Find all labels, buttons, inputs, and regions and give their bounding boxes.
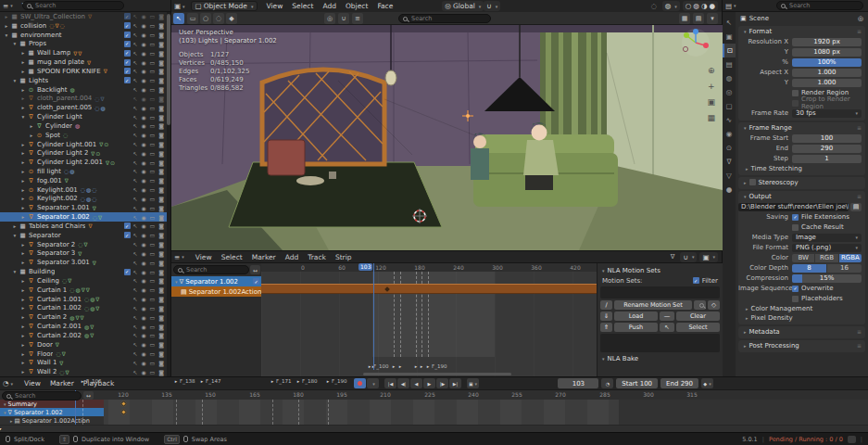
disclosure-icon[interactable]: ▸ bbox=[19, 360, 27, 365]
outliner-row[interactable]: ▸ ▦ Wall Lamp ∇∇ ✓ ↖ ◉ ▭ ◙ bbox=[0, 48, 168, 57]
properties-tab[interactable]: ∇ bbox=[723, 155, 736, 169]
file-format-dropdown[interactable]: PNG (.png) ▾ bbox=[792, 244, 862, 252]
outliner-row[interactable]: ▾ ▦ Props ✓ ↖ ◉ ▭ ◙ bbox=[0, 39, 168, 48]
viewport-menu-item[interactable]: Face bbox=[372, 2, 397, 10]
playhead[interactable]: 103 bbox=[373, 263, 374, 370]
properties-editor-type-button[interactable]: ▤ ▾ bbox=[723, 2, 739, 10]
material-shading-icon[interactable]: ◑ bbox=[701, 2, 708, 10]
transport-button[interactable]: ◀| bbox=[397, 378, 409, 388]
load-icon[interactable]: ⇓ bbox=[600, 312, 612, 321]
outliner-row[interactable]: ▸ ∇ Ceiling ◌∇ ✓ ↖ ◉ ▭ ◙ bbox=[0, 276, 168, 286]
nla-editor-type-button[interactable]: ≡ ▾ bbox=[171, 253, 187, 261]
disclosure-icon[interactable]: ▾ bbox=[19, 114, 27, 120]
visibility-toggles[interactable]: ↖ ◉ ▭ ◙ bbox=[133, 277, 168, 284]
disclosure-icon[interactable]: ▾ bbox=[11, 78, 19, 83]
timeline-menu-item[interactable]: Marker bbox=[45, 379, 79, 388]
disclosure-icon[interactable]: ▸ bbox=[19, 342, 27, 348]
nla-view-options[interactable]: ▣▾ bbox=[699, 252, 718, 262]
marker-icon[interactable]: ▸ bbox=[201, 378, 204, 384]
properties-tab[interactable]: ◉ bbox=[723, 127, 736, 141]
timeline-editor-type-button[interactable]: ◔ ▾ bbox=[0, 379, 16, 388]
options-button[interactable]: ≡ bbox=[352, 13, 363, 24]
motion-sets-slots[interactable] bbox=[600, 334, 720, 352]
folder-icon[interactable]: ▤ bbox=[850, 203, 862, 211]
visibility-toggles[interactable]: ↖ ◉ ▭ ◙ bbox=[133, 150, 168, 157]
outliner-editor-type-button[interactable]: ≡ ▾ bbox=[0, 2, 16, 10]
select-circle-tool-button[interactable]: ○ bbox=[200, 13, 211, 24]
solid-shading-icon[interactable]: ◍ bbox=[693, 2, 699, 10]
disclosure-icon[interactable]: ▾ bbox=[11, 269, 19, 274]
nla-menu-item[interactable]: Add bbox=[281, 253, 304, 261]
color-rgba-option[interactable]: RGBA bbox=[839, 254, 862, 262]
disclosure-icon[interactable]: ▸ bbox=[19, 314, 27, 320]
disclosure-icon[interactable]: ▸ bbox=[3, 23, 10, 29]
outliner-row[interactable]: ▸ ⊙ Spot ◌ ✓ ↖ ◉ ▭ ◙ bbox=[0, 131, 168, 140]
panel-menu-icon[interactable]: ≡ bbox=[857, 342, 862, 349]
outliner-row[interactable]: ▸ ▦ SPOON FORK KNIFE ∇ ✓ ↖ ◉ ▭ ◙ bbox=[0, 67, 168, 76]
visibility-toggles[interactable]: ↖ ◉ ▭ ◙ bbox=[133, 332, 168, 338]
visibility-toggles[interactable]: ↖ ◉ ▭ ◙ bbox=[133, 22, 168, 29]
outliner-row[interactable]: ▸ ∇ Wall 2 ◌∇ ✓ ↖ ◉ ▭ ◙ bbox=[0, 367, 168, 376]
snap-toggle[interactable]: ∪ ▾ bbox=[484, 1, 500, 11]
disclosure-icon[interactable]: ▸ bbox=[19, 214, 27, 220]
outliner-row[interactable]: ▾ ▦ Lights ✓ ↖ ◉ ▭ ◙ bbox=[0, 76, 168, 85]
channel-resize-handle[interactable]: ↔ bbox=[250, 265, 260, 274]
visibility-toggles[interactable]: ↖ ◉ ▭ ◙ bbox=[133, 250, 168, 257]
disclosure-icon[interactable]: ▸ bbox=[19, 95, 27, 101]
frame-start-field[interactable]: Start 100 bbox=[616, 378, 658, 388]
collection-checkbox[interactable]: ✓ bbox=[124, 13, 131, 19]
properties-tab[interactable]: ⊙ bbox=[723, 141, 736, 155]
visibility-toggles[interactable]: ↖ ◉ ▭ ◙ bbox=[133, 77, 168, 83]
push-icon[interactable]: ⇑ bbox=[600, 323, 612, 332]
select-button[interactable]: Select bbox=[676, 323, 720, 332]
outliner-row[interactable]: ▸ ▦ Tables and Chairs ∇ ✓ ↖ ◉ ▭ ◙ bbox=[0, 222, 168, 231]
outliner-row[interactable]: ▸ ∇ Separator 3.001 ∇ ✓ ↖ ◉ ▭ ◙ bbox=[0, 258, 168, 267]
fake-user-button[interactable]: ◇ bbox=[708, 300, 720, 310]
overlay-extra-button[interactable]: ▤ bbox=[693, 13, 704, 24]
marker-icon[interactable]: ▸ bbox=[393, 363, 396, 369]
viewport-menu-item[interactable]: View bbox=[261, 2, 287, 10]
time-stretching-collapse[interactable]: ▸Time Stretching bbox=[738, 164, 865, 173]
outliner-row[interactable]: ▸ ▦ collision ◌∇◌ ✓ ↖ ◉ ▭ ◙ bbox=[0, 21, 168, 31]
disclosure-icon[interactable]: ▸ bbox=[19, 287, 27, 293]
rename-motion-set-button[interactable]: Rename Motion Set bbox=[614, 300, 692, 310]
disclosure-icon[interactable]: ▸ bbox=[19, 333, 27, 338]
properties-tab[interactable]: ▣ bbox=[723, 30, 736, 44]
tool-search-input[interactable] bbox=[411, 15, 488, 22]
aspect-x-field[interactable]: 1.000 bbox=[792, 69, 862, 77]
visibility-toggles[interactable]: ↖ ◉ ▭ ◙ bbox=[133, 186, 168, 193]
channel-resize-handle[interactable]: ↔ bbox=[83, 391, 94, 400]
visibility-toggles[interactable]: ↖ ◉ ▭ ◙ bbox=[133, 50, 168, 57]
disclosure-icon[interactable]: ▸ bbox=[19, 205, 27, 210]
visibility-toggles[interactable]: ↖ ◉ ▭ ◙ bbox=[133, 122, 168, 129]
nla-snap-dropdown[interactable]: ∪▾ bbox=[680, 252, 697, 262]
xray-toggle-button[interactable]: ▦ bbox=[679, 13, 690, 24]
visibility-toggles[interactable]: ↖ ◉ ▭ ◙ bbox=[133, 296, 168, 302]
current-frame-field[interactable]: 103 bbox=[558, 378, 598, 388]
outliner-row[interactable]: ▸ ⊙ Keylight.001 ◌◍◌ ✓ ↖ ◉ ▭ ◙ bbox=[0, 185, 168, 195]
outliner-row[interactable]: ▸ ⊙ Backlight ◍ ✓ ↖ ◉ ▭ ◙ bbox=[0, 85, 168, 95]
outliner-row[interactable]: ▾ ∇ Cylinder Light ✓ ↖ ◉ ▭ ◙ bbox=[0, 112, 168, 121]
collection-checkbox[interactable]: ✓ bbox=[124, 222, 131, 229]
disclosure-icon[interactable]: ▸ bbox=[28, 133, 35, 138]
visibility-toggles[interactable]: ↖ ◉ ▭ ◙ bbox=[133, 141, 168, 147]
visibility-toggles[interactable]: ↖ ◉ ▭ ◙ bbox=[133, 114, 168, 121]
mode-dropdown[interactable]: ▢ Object Mode ▾ bbox=[191, 1, 258, 11]
marker-icon[interactable]: ▸ bbox=[82, 378, 84, 384]
outliner-row[interactable]: ▸ ∇ Separator 2 ◌∇ ✓ ↖ ◉ ▭ ◙ bbox=[0, 240, 168, 249]
depth-8-option[interactable]: 8 bbox=[792, 264, 826, 273]
marker-icon[interactable]: ▸ bbox=[427, 363, 430, 369]
pin-icon[interactable]: ◎ bbox=[858, 15, 863, 22]
render-region-checkbox[interactable] bbox=[792, 90, 799, 96]
keying-options-dropdown[interactable]: ◆▾ bbox=[701, 378, 713, 388]
visibility-toggles[interactable]: ↖ ◉ ▭ ◙ bbox=[133, 222, 168, 229]
track-mute-checkbox[interactable]: ✓ bbox=[253, 278, 259, 285]
outliner-row[interactable]: ▸ ∇ Cylinder ◍ ✓ ↖ ◉ ▭ ◙ bbox=[0, 121, 168, 131]
transform-orientation-dropdown[interactable]: ◎ Global ▾ bbox=[442, 1, 484, 11]
nla-menu-item[interactable]: Marker bbox=[247, 253, 281, 261]
compression-slider[interactable]: 15% bbox=[792, 274, 862, 283]
visibility-toggles[interactable]: ↖ ◉ ▭ ◙ bbox=[133, 105, 168, 111]
disclosure-icon[interactable]: ▸ bbox=[19, 369, 27, 375]
overwrite-checkbox[interactable]: ✓ bbox=[792, 286, 799, 292]
viewport-editor-type-button[interactable]: ▣ ▾ bbox=[171, 2, 188, 10]
